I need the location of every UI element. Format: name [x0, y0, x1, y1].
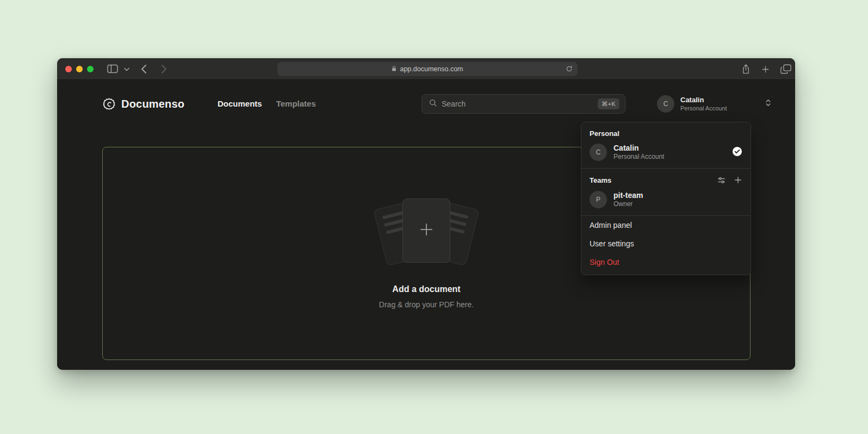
- nav-documents[interactable]: Documents: [218, 99, 262, 108]
- back-button[interactable]: [141, 64, 147, 74]
- share-icon[interactable]: [741, 63, 751, 75]
- lock-icon: [392, 65, 396, 73]
- account-dropdown-menu: Personal C Catalin Personal Account Team…: [581, 122, 751, 275]
- desktop-background: app.documenso.com: [0, 0, 868, 434]
- account-name: Catalin: [680, 96, 727, 104]
- minimize-window-button[interactable]: [76, 66, 83, 72]
- team-row[interactable]: P pit-team Owner: [581, 188, 751, 215]
- illustration-card-center: [402, 199, 450, 263]
- main-nav: Documents Templates: [218, 99, 316, 108]
- teams-section-label: Teams: [590, 176, 717, 184]
- selected-check-icon: [732, 146, 742, 159]
- search-bar[interactable]: ⌘+K: [421, 94, 625, 114]
- zoom-window-button[interactable]: [87, 66, 94, 72]
- personal-account-subtitle: Personal Account: [613, 153, 664, 161]
- personal-section-label: Personal: [581, 122, 751, 141]
- manage-teams-icon[interactable]: [717, 176, 726, 185]
- sidebar-chevron-down-icon[interactable]: [124, 67, 129, 71]
- browser-toolbar: app.documenso.com: [57, 58, 795, 80]
- account-subtitle: Personal Account: [680, 104, 727, 112]
- dropzone-title: Add a document: [103, 284, 750, 294]
- team-role: Owner: [613, 200, 643, 208]
- chevron-up-down-icon: [765, 97, 772, 110]
- dropzone-subtitle: Drag & drop your PDF here.: [103, 300, 750, 309]
- new-tab-icon[interactable]: [761, 65, 770, 73]
- url-text: app.documenso.com: [400, 65, 463, 73]
- add-team-icon[interactable]: [734, 176, 742, 185]
- account-menu-trigger[interactable]: C Catalin Personal Account: [657, 95, 772, 113]
- team-name: pit-team: [613, 191, 643, 200]
- teams-section-header: Teams: [581, 169, 751, 188]
- avatar: C: [657, 95, 674, 113]
- personal-account-name: Catalin: [613, 144, 664, 153]
- sidebar-toggle-icon[interactable]: [107, 64, 118, 73]
- search-icon: [429, 98, 437, 109]
- avatar: P: [590, 191, 607, 208]
- address-bar[interactable]: app.documenso.com: [277, 62, 578, 76]
- brand-name: Documenso: [121, 98, 184, 110]
- documenso-logo-icon: [102, 97, 116, 111]
- search-input[interactable]: [442, 100, 593, 108]
- browser-window: app.documenso.com: [57, 58, 795, 370]
- brand[interactable]: Documenso: [102, 97, 184, 111]
- documents-illustration: [367, 192, 486, 274]
- close-window-button[interactable]: [65, 66, 72, 72]
- tab-overview-icon[interactable]: [780, 64, 791, 74]
- menu-item-admin-panel[interactable]: Admin panel: [581, 216, 751, 234]
- search-shortcut-badge: ⌘+K: [598, 98, 619, 109]
- documenso-app: Documenso Documents Templates ⌘+K C Cata…: [57, 80, 795, 370]
- forward-button[interactable]: [161, 64, 167, 74]
- nav-templates[interactable]: Templates: [276, 99, 316, 108]
- traffic-lights: [65, 66, 94, 72]
- menu-item-sign-out[interactable]: Sign Out: [581, 253, 751, 271]
- menu-item-user-settings[interactable]: User settings: [581, 234, 751, 253]
- reload-icon[interactable]: [565, 65, 573, 75]
- plus-icon: [417, 220, 436, 241]
- personal-account-row[interactable]: C Catalin Personal Account: [581, 141, 751, 168]
- avatar: C: [590, 144, 607, 161]
